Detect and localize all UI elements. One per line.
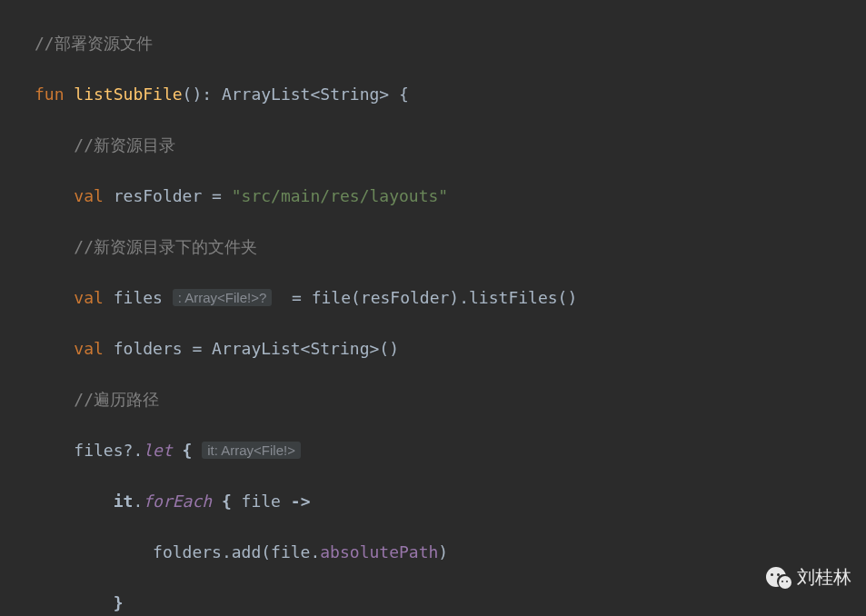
code-line: val resFolder = "src/main/res/layouts" [0,184,866,209]
keyword-val: val [74,186,104,205]
property: absolutePath [320,542,438,561]
ext-fn-let: let [143,441,173,460]
comment: //遍历路径 [74,390,159,409]
code-line: files?.let { it: Array<File!> [0,438,866,463]
keyword-fun: fun [35,84,65,104]
code-line: val files : Array<File!>? = file(resFold… [0,285,866,311]
ext-fn-foreach: forEach [143,492,212,511]
keyword-val: val [74,288,104,307]
code-line: //新资源目录下的文件夹 [0,234,866,260]
code-line: it.forEach { file -> [0,489,866,514]
code-line: //部署资源文件 [0,31,866,56]
comment: //新资源目录下的文件夹 [74,237,257,256]
code-editor-content: //部署资源文件 fun listSubFile(): ArrayList<St… [0,0,866,616]
comment: //部署资源文件 [35,34,153,53]
code-line: //新资源目录 [0,133,866,158]
code-line: val folders = ArrayList<String>() [0,336,866,362]
keyword-val: val [74,339,104,358]
code-line: folders.add(file.absolutePath) [0,540,866,565]
comment: //新资源目录 [74,135,175,154]
type-hint: : Array<File!>? [173,289,273,306]
code-line: //遍历路径 [0,387,866,412]
wechat-icon [764,563,791,591]
string-literal: "src/main/res/layouts" [232,186,448,205]
watermark: 刘桂林 [764,563,851,591]
code-line: fun listSubFile(): ArrayList<String> { [0,82,866,107]
lambda-hint: it: Array<File!> [202,442,301,459]
signature: (): ArrayList<String> { [183,84,409,104]
code-line: } [0,591,866,616]
watermark-text: 刘桂林 [797,564,851,590]
function-name: listSubFile [74,84,182,104]
